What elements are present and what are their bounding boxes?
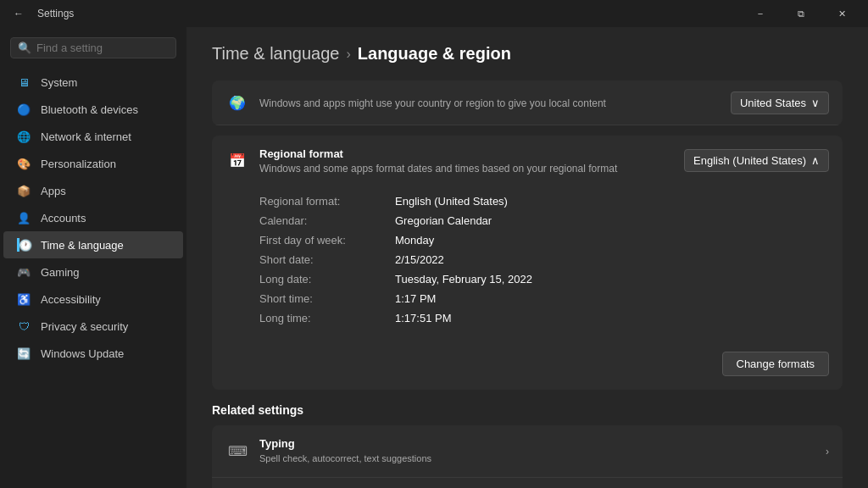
apps-icon: 📦 (17, 184, 31, 197)
back-button[interactable]: ← (7, 2, 31, 25)
regional-format-description: Windows and some apps format dates and t… (259, 163, 617, 175)
sidebar-item-time[interactable]: 🕐 Time & language (3, 231, 183, 258)
bluetooth-icon: 🔵 (17, 103, 31, 116)
sidebar-label-network: Network & internet (41, 130, 131, 143)
breadcrumb-separator: › (346, 47, 350, 62)
regional-format-details: Regional format: English (United States)… (212, 185, 843, 341)
sidebar-item-apps[interactable]: 📦 Apps (3, 177, 183, 204)
breadcrumb: Time & language › Language & region (212, 44, 843, 64)
value-calendar: Gregorian Calendar (395, 214, 492, 227)
detail-short-time: Short time: 1:17 PM (259, 289, 795, 308)
window-controls: − ⧉ ✕ (741, 0, 861, 27)
country-region-card: 🌍 Windows and apps might use your countr… (212, 80, 843, 125)
value-long-time: 1:17:51 PM (395, 312, 452, 324)
related-settings-section: Related settings ⌨ Typing Spell check, a… (212, 403, 843, 488)
sidebar-label-gaming: Gaming (41, 266, 80, 279)
label-short-time: Short time: (259, 292, 395, 305)
detail-regional-format: Regional format: English (United States) (259, 191, 795, 211)
sidebar: 🔍 🖥 System 🔵 Bluetooth & devices 🌐 Netwo… (0, 27, 186, 488)
detail-long-date: Long date: Tuesday, February 15, 2022 (259, 269, 795, 289)
value-short-time: 1:17 PM (395, 292, 436, 305)
label-long-time: Long time: (259, 312, 395, 324)
typing-item[interactable]: ⌨ Typing Spell check, autocorrect, text … (212, 425, 843, 477)
country-description: Windows and apps might use your country … (259, 97, 606, 109)
app-title: Settings (37, 8, 74, 19)
sidebar-item-gaming[interactable]: 🎮 Gaming (3, 258, 183, 286)
title-bar: ← Settings − ⧉ ✕ (0, 0, 868, 27)
sidebar-label-time: Time & language (41, 239, 124, 252)
label-long-date: Long date: (259, 273, 395, 286)
sidebar-label-system: System (41, 76, 77, 89)
value-regional-format: English (United States) (395, 195, 508, 208)
country-value: United States (740, 97, 806, 109)
sidebar-item-bluetooth[interactable]: 🔵 Bluetooth & devices (3, 96, 183, 123)
close-button[interactable]: ✕ (822, 0, 861, 27)
accounts-icon: 👤 (17, 211, 31, 225)
country-chevron: ∨ (811, 97, 820, 109)
time-icon: 🕐 (17, 238, 31, 252)
country-row[interactable]: 🌍 Windows and apps might use your countr… (212, 80, 843, 125)
regional-format-title: Regional format (259, 147, 343, 160)
update-icon: 🔄 (17, 347, 31, 360)
system-icon: 🖥 (17, 75, 31, 89)
network-icon: 🌐 (17, 130, 31, 143)
regional-format-header[interactable]: 📅 Regional format Windows and some apps … (212, 136, 843, 185)
related-settings-title: Related settings (212, 403, 843, 417)
typing-chevron-icon: › (826, 446, 829, 458)
main-layout: 🔍 🖥 System 🔵 Bluetooth & devices 🌐 Netwo… (0, 27, 868, 488)
sidebar-item-network[interactable]: 🌐 Network & internet (3, 123, 183, 150)
sidebar-label-privacy: Privacy & security (41, 320, 128, 333)
sidebar-label-personalization: Personalization (41, 158, 116, 170)
sidebar-item-update[interactable]: 🔄 Windows Update (3, 340, 183, 367)
search-box[interactable]: 🔍 (10, 37, 176, 58)
typing-description: Spell check, autocorrect, text suggestio… (259, 453, 431, 463)
personalization-icon: 🎨 (17, 157, 31, 170)
regional-format-icon: 📅 (225, 148, 249, 172)
search-input[interactable] (36, 42, 169, 54)
value-long-date: Tuesday, February 15, 2022 (395, 273, 532, 286)
typing-icon: ⌨ (225, 440, 249, 463)
regional-format-card: 📅 Regional format Windows and some apps … (212, 136, 843, 390)
label-short-date: Short date: (259, 253, 395, 266)
content-area: Time & language › Language & region 🌍 Wi… (186, 27, 868, 488)
label-regional-format: Regional format: (259, 195, 395, 208)
label-first-day: First day of week: (259, 234, 395, 247)
typing-label: Typing (259, 437, 431, 450)
sidebar-label-bluetooth: Bluetooth & devices (41, 103, 138, 116)
breadcrumb-current: Language & region (358, 44, 511, 64)
regional-format-dropdown[interactable]: English (United States) ∧ (684, 149, 829, 172)
regional-format-chevron: ∧ (811, 154, 820, 167)
regional-format-value: English (United States) (693, 154, 806, 167)
sidebar-label-update: Windows Update (41, 347, 124, 360)
sidebar-item-privacy[interactable]: 🛡 Privacy & security (3, 313, 183, 340)
detail-long-time: Long time: 1:17:51 PM (259, 308, 795, 328)
country-dropdown[interactable]: United States ∨ (731, 92, 829, 114)
sidebar-item-accessibility[interactable]: ♿ Accessibility (3, 286, 183, 313)
minimize-button[interactable]: − (741, 0, 780, 27)
sidebar-item-personalization[interactable]: 🎨 Personalization (3, 150, 183, 177)
sidebar-item-accounts[interactable]: 👤 Accounts (3, 204, 183, 231)
sidebar-item-system[interactable]: 🖥 System (3, 69, 183, 96)
value-short-date: 2/15/2022 (395, 253, 444, 266)
label-calendar: Calendar: (259, 214, 395, 227)
sidebar-label-accessibility: Accessibility (41, 293, 101, 306)
restore-button[interactable]: ⧉ (782, 0, 821, 27)
admin-lang-item[interactable]: 🌐 Administrative language settings ↗ (212, 477, 843, 488)
breadcrumb-parent[interactable]: Time & language (212, 44, 339, 64)
sidebar-label-apps: Apps (41, 185, 66, 197)
title-bar-left: ← Settings (7, 2, 74, 25)
change-formats-button[interactable]: Change formats (722, 352, 830, 376)
sidebar-label-accounts: Accounts (41, 212, 86, 225)
country-icon: 🌍 (225, 91, 249, 114)
detail-calendar: Calendar: Gregorian Calendar (259, 211, 795, 230)
detail-first-day: First day of week: Monday (259, 230, 795, 250)
gaming-icon: 🎮 (17, 265, 31, 279)
search-icon: 🔍 (18, 42, 31, 54)
accessibility-icon: ♿ (17, 292, 31, 306)
privacy-icon: 🛡 (17, 319, 31, 333)
detail-short-date: Short date: 2/15/2022 (259, 250, 795, 269)
related-settings-card: ⌨ Typing Spell check, autocorrect, text … (212, 425, 843, 488)
value-first-day: Monday (395, 234, 434, 247)
